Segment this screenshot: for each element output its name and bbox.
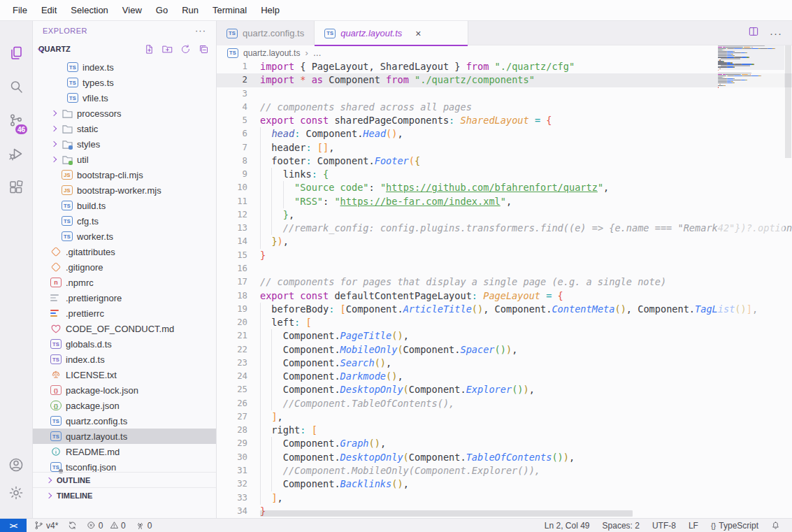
file-tree-item-bootstrap-cli.mjs[interactable]: JSbootstrap-cli.mjs bbox=[33, 167, 216, 182]
breadcrumb[interactable]: TS quartz.layout.ts › … bbox=[217, 45, 792, 60]
code-line-7[interactable]: 7 header: [], bbox=[217, 141, 792, 154]
explorer-icon[interactable] bbox=[0, 39, 32, 67]
menu-item-run[interactable]: Run bbox=[175, 3, 206, 17]
line-number[interactable]: 32 bbox=[217, 477, 247, 491]
extensions-icon[interactable] bbox=[0, 173, 32, 201]
file-tree-item-LICENSE.txt[interactable]: LICENSE.txt bbox=[33, 367, 216, 382]
line-number[interactable]: 13 bbox=[217, 222, 247, 235]
menu-item-edit[interactable]: Edit bbox=[34, 3, 64, 17]
file-tree-item-quartz.config.ts[interactable]: TSquartz.config.ts bbox=[33, 413, 216, 429]
file-tree-item-bootstrap-worker.mjs[interactable]: JSbootstrap-worker.mjs bbox=[33, 182, 216, 198]
line-number[interactable]: 17 bbox=[217, 275, 247, 289]
code-line-15[interactable]: 15} bbox=[217, 249, 792, 262]
problems-status[interactable]: 00 bbox=[82, 519, 130, 532]
new-file-icon[interactable] bbox=[144, 44, 154, 55]
code-line-27[interactable]: 27 ], bbox=[217, 410, 792, 424]
code-line-18[interactable]: 18export const defaultContentPageLayout:… bbox=[217, 289, 792, 303]
remote-indicator[interactable]: >< bbox=[0, 519, 27, 532]
code-line-5[interactable]: 5export const sharedPageComponents: Shar… bbox=[217, 114, 792, 127]
line-number[interactable]: 22 bbox=[217, 343, 247, 357]
code-line-2[interactable]: 2import * as Component from "./quartz/co… bbox=[217, 73, 792, 87]
cursor-position[interactable]: Ln 2, Col 49 bbox=[538, 519, 596, 532]
line-number[interactable]: 30 bbox=[217, 451, 247, 464]
file-tree-item-README.md[interactable]: README.md bbox=[33, 444, 216, 459]
sync-status[interactable] bbox=[63, 519, 82, 532]
file-tree-item-.gitattributes[interactable]: .gitattributes bbox=[33, 244, 216, 259]
account-icon[interactable] bbox=[0, 451, 32, 479]
code-line-20[interactable]: 20 left: [ bbox=[217, 316, 792, 329]
file-tree-item-.npmrc[interactable]: n.npmrc bbox=[33, 275, 216, 290]
code-editor[interactable]: 1import { PageLayout, SharedLayout } fro… bbox=[217, 60, 792, 518]
file-tree-item-globals.d.ts[interactable]: TSglobals.d.ts bbox=[33, 336, 216, 352]
line-number[interactable]: 7 bbox=[217, 141, 247, 154]
menu-item-help[interactable]: Help bbox=[254, 3, 287, 17]
code-line-12[interactable]: 12 }, bbox=[217, 208, 792, 222]
line-number[interactable]: 12 bbox=[217, 208, 247, 222]
file-tree-item-.prettierignore[interactable]: .prettierignore bbox=[33, 290, 216, 305]
split-editor-icon[interactable] bbox=[748, 26, 759, 40]
outline-section-header[interactable]: OUTLINE bbox=[33, 472, 216, 487]
ports-status[interactable]: 0 bbox=[131, 519, 157, 532]
line-number[interactable]: 20 bbox=[217, 316, 247, 329]
horizontal-scrollbar[interactable] bbox=[260, 510, 715, 517]
file-tree-item-quartz.layout.ts[interactable]: TSquartz.layout.ts bbox=[33, 429, 216, 444]
code-line-29[interactable]: 29 Component.Graph(), bbox=[217, 437, 792, 450]
file-tree-item-styles[interactable]: styles bbox=[33, 136, 216, 152]
code-line-30[interactable]: 30 Component.DesktopOnly(Component.Table… bbox=[217, 451, 792, 464]
file-tree-item-.prettierrc[interactable]: .prettierrc bbox=[33, 305, 216, 321]
line-number[interactable]: 31 bbox=[217, 464, 247, 477]
file-tree-item-vfile.ts[interactable]: TSvfile.ts bbox=[33, 90, 216, 106]
code-line-24[interactable]: 24 Component.Darkmode(), bbox=[217, 370, 792, 383]
menu-item-terminal[interactable]: Terminal bbox=[206, 3, 254, 17]
line-number[interactable]: 8 bbox=[217, 154, 247, 168]
line-number[interactable]: 21 bbox=[217, 329, 247, 343]
line-number[interactable]: 11 bbox=[217, 195, 247, 208]
code-line-6[interactable]: 6 head: Component.Head(), bbox=[217, 127, 792, 141]
file-tree-item-types.ts[interactable]: TStypes.ts bbox=[33, 75, 216, 90]
file-tree-item-.gitignore[interactable]: .gitignore bbox=[33, 259, 216, 275]
code-line-9[interactable]: 9 links: { bbox=[217, 168, 792, 181]
file-tree-item-build.ts[interactable]: TSbuild.ts bbox=[33, 198, 216, 213]
encoding[interactable]: UTF-8 bbox=[646, 519, 682, 532]
menu-item-selection[interactable]: Selection bbox=[64, 3, 115, 17]
explorer-more-actions-button[interactable]: ··· bbox=[195, 25, 206, 36]
line-number[interactable]: 6 bbox=[217, 127, 247, 141]
close-icon[interactable]: × bbox=[415, 29, 421, 38]
line-number[interactable]: 3 bbox=[217, 87, 247, 101]
line-number[interactable]: 5 bbox=[217, 114, 247, 127]
code-line-10[interactable]: 10 "Source code": "https://github.com/bf… bbox=[217, 181, 792, 194]
code-line-26[interactable]: 26 //Component.TableOfContents(), bbox=[217, 397, 792, 410]
line-number[interactable]: 15 bbox=[217, 249, 247, 262]
file-tree-item-CODE_OF_CONDUCT.md[interactable]: CODE_OF_CONDUCT.md bbox=[33, 321, 216, 336]
language-mode[interactable]: {}TypeScript bbox=[705, 519, 765, 532]
line-number[interactable]: 28 bbox=[217, 424, 247, 437]
line-number[interactable]: 19 bbox=[217, 303, 247, 316]
code-line-23[interactable]: 23 Component.Search(), bbox=[217, 357, 792, 370]
tab-quartz.layout.ts[interactable]: TSquartz.layout.ts× bbox=[315, 21, 468, 45]
code-line-28[interactable]: 28 right: [ bbox=[217, 424, 792, 437]
code-line-17[interactable]: 17// components for pages that display a… bbox=[217, 275, 792, 289]
more-actions-icon[interactable]: ··· bbox=[770, 27, 782, 39]
line-number[interactable]: 14 bbox=[217, 235, 247, 248]
collapse-all-icon[interactable] bbox=[199, 44, 209, 55]
file-tree-item-index.ts[interactable]: TSindex.ts bbox=[33, 59, 216, 75]
line-number[interactable]: 2 bbox=[217, 73, 247, 87]
code-line-4[interactable]: 4// components shared across all pages bbox=[217, 101, 792, 114]
code-line-3[interactable]: 3 bbox=[217, 87, 792, 101]
line-number[interactable]: 9 bbox=[217, 168, 247, 181]
tab-quartz.config.ts[interactable]: TSquartz.config.ts bbox=[217, 21, 315, 45]
file-tree-item-processors[interactable]: processors bbox=[33, 106, 216, 121]
code-line-32[interactable]: 32 Component.Backlinks(), bbox=[217, 477, 792, 491]
notifications[interactable] bbox=[765, 519, 786, 532]
indentation[interactable]: Spaces: 2 bbox=[596, 519, 646, 532]
menu-item-view[interactable]: View bbox=[115, 3, 149, 17]
line-number[interactable]: 23 bbox=[217, 357, 247, 370]
eol[interactable]: LF bbox=[682, 519, 705, 532]
file-tree-item-index.d.ts[interactable]: TSindex.d.ts bbox=[33, 352, 216, 367]
new-folder-icon[interactable] bbox=[162, 44, 173, 55]
branch-status[interactable]: v4* bbox=[29, 519, 63, 532]
timeline-section-header[interactable]: TIMELINE bbox=[33, 487, 216, 503]
line-number[interactable]: 4 bbox=[217, 101, 247, 114]
line-number[interactable]: 26 bbox=[217, 397, 247, 410]
code-line-16[interactable]: 16 bbox=[217, 262, 792, 275]
